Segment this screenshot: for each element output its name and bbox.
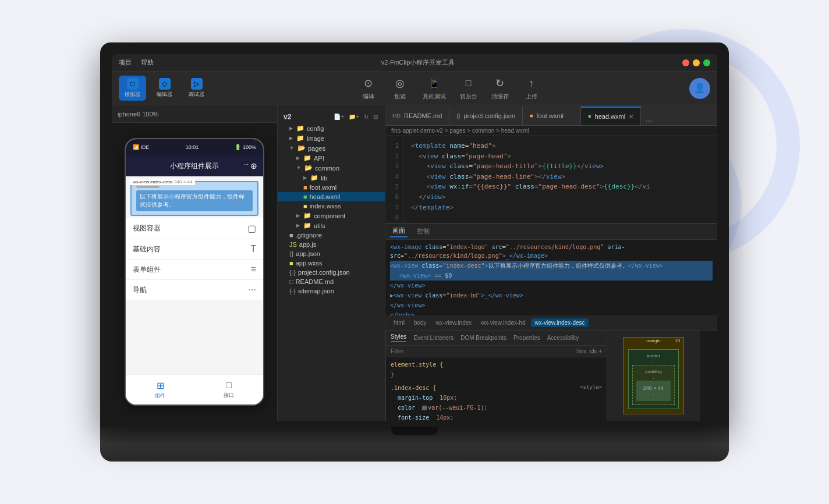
tree-folder-utils[interactable]: ▶ 📁 utils bbox=[278, 221, 385, 230]
tab-head-wxml[interactable]: ■ head.wxml ✕ bbox=[581, 107, 641, 125]
tool-real-machine[interactable]: 📱 真机调试 bbox=[423, 76, 446, 101]
phone-section-nav[interactable]: 导航 ··· bbox=[126, 280, 263, 300]
phone-header-more[interactable]: ··· ⊕ bbox=[244, 161, 257, 171]
styles-area: Styles Event Listeners DOM Breakpoints P… bbox=[385, 331, 717, 421]
tree-file-sitemap[interactable]: {-} sitemap.json bbox=[278, 286, 385, 296]
tree-new-folder[interactable]: 📁+ bbox=[348, 112, 360, 121]
tree-file-head-wxml[interactable]: ■ head.wxml bbox=[278, 192, 385, 201]
tool-upload[interactable]: ↑ 上传 bbox=[523, 76, 540, 101]
tab-more-btn[interactable]: ··· bbox=[641, 116, 657, 125]
phone-section-form[interactable]: 表单组件 ≡ bbox=[126, 260, 263, 280]
maximize-button[interactable] bbox=[703, 59, 710, 66]
cut-back-icon: □ bbox=[460, 76, 477, 91]
tree-item-appjson-label: app.json bbox=[296, 250, 320, 257]
laptop-screen: 项目 帮助 v2-FinClip小程序开发工具 □ 模拟器 bbox=[112, 54, 717, 421]
tree-item-image-label: image bbox=[307, 135, 324, 142]
tab-foot-wxml-label: foot.wxml bbox=[537, 112, 564, 119]
dom-line-5: ▶<wx-view class="index-bd">_</wx-view> bbox=[390, 290, 713, 300]
close-button[interactable] bbox=[682, 59, 689, 66]
tool-clear-cache[interactable]: ↻ 清缓存 bbox=[491, 76, 509, 101]
tree-folder-lib[interactable]: ▶ 📁 lib bbox=[278, 173, 385, 183]
style-rule-index-desc: .index-desc { <style> margin-top: 10px; … bbox=[391, 383, 602, 421]
tool-preview[interactable]: ◎ 预览 bbox=[391, 76, 409, 101]
phone-container: 📶 IDE 10:01 🔋 100% 小程序组件展示 ··· ⊕ bbox=[112, 123, 277, 421]
tree-folder-config[interactable]: ▶ 📁 config bbox=[278, 123, 385, 133]
phone-nav-interface[interactable]: □ 接口 bbox=[194, 375, 263, 404]
tree-file-readme[interactable]: □ README.md bbox=[278, 277, 385, 286]
section-view-icon: ▢ bbox=[247, 223, 256, 234]
elem-tab-wx-view-hd[interactable]: wx-view.index-hd bbox=[477, 318, 529, 327]
tree-refresh[interactable]: ↻ bbox=[363, 112, 370, 121]
tree-folder-common[interactable]: ▼ 📂 common bbox=[278, 163, 385, 173]
tree-item-appjs-label: app.js bbox=[299, 241, 316, 248]
tree-file-appjs[interactable]: JS app.js bbox=[278, 240, 385, 249]
phone-section-basic[interactable]: 基础内容 T bbox=[126, 239, 263, 260]
tree-file-index-wxss[interactable]: ■ index.wxss bbox=[278, 201, 385, 211]
tab-foot-wxml[interactable]: ■ foot.wxml bbox=[523, 107, 581, 125]
tab-readme[interactable]: MD README.md bbox=[385, 107, 449, 125]
laptop-base bbox=[100, 427, 729, 462]
toolbar-btn-edit-label: 编辑器 bbox=[157, 91, 172, 98]
styles-filter-input[interactable] bbox=[391, 348, 572, 354]
box-margin-label: margin bbox=[646, 338, 660, 343]
line-numbers: 12345678 bbox=[385, 136, 404, 223]
tree-file-foot-wxml[interactable]: ■ foot.wxml bbox=[278, 183, 385, 192]
tab-readme-label: README.md bbox=[404, 112, 442, 119]
tree-folder-pages[interactable]: ▼ 📂 pages bbox=[278, 143, 385, 153]
tree-file-appwxss[interactable]: ■ app.wxss bbox=[278, 258, 385, 268]
breadcrumb: fino-applet-demo-v2 > pages > common > h… bbox=[385, 126, 717, 136]
tool-cut-back[interactable]: □ 切后台 bbox=[460, 76, 477, 101]
phone-time: 10:01 bbox=[186, 144, 199, 150]
tree-folder-component[interactable]: ▶ 📁 component bbox=[278, 211, 385, 221]
tree-collapse[interactable]: ⊟ bbox=[372, 112, 379, 121]
tree-root: v2 bbox=[284, 113, 291, 121]
toolbar-btn-edit[interactable]: ◇ 编辑器 bbox=[151, 76, 178, 101]
menu-item-project[interactable]: 项目 bbox=[119, 58, 132, 67]
styles-tab-dom-breakpoints[interactable]: DOM Breakpoints bbox=[460, 335, 506, 341]
tree-file-project-config[interactable]: {-} project.config.json bbox=[278, 268, 385, 277]
phone-header: 小程序组件展示 ··· ⊕ bbox=[126, 155, 263, 176]
tree-file-appjson[interactable]: {} app.json bbox=[278, 249, 385, 258]
tool-upload-label: 上传 bbox=[526, 93, 537, 101]
laptop-bezel: 项目 帮助 v2-FinClip小程序开发工具 □ 模拟器 bbox=[100, 42, 729, 427]
elem-tab-wx-view-desc[interactable]: wx-view.index-desc bbox=[531, 318, 588, 327]
tab-close-head[interactable]: ✕ bbox=[629, 113, 633, 120]
styles-tab-styles[interactable]: Styles bbox=[391, 333, 406, 342]
elem-tab-wx-view-index[interactable]: wx-view.index bbox=[433, 318, 476, 327]
tree-item-common-label: common bbox=[315, 165, 339, 172]
toolbar-btn-debug[interactable]: ▷ 调试器 bbox=[183, 76, 210, 101]
tree-new-file[interactable]: 📄+ bbox=[332, 112, 345, 121]
selected-element: 以下将展示小程序官方组件能力，组件样式仅供参考。 bbox=[130, 181, 258, 216]
tree-folder-api[interactable]: ▶ 📁 API bbox=[278, 153, 385, 163]
box-border-layer: border - padding - 240 × 44 - bbox=[628, 349, 679, 409]
user-avatar[interactable]: 👤 bbox=[689, 78, 710, 99]
minimize-button[interactable] bbox=[693, 59, 700, 66]
tree-file-gitignore[interactable]: ■ .gitignore bbox=[278, 230, 385, 240]
elem-tab-body[interactable]: body bbox=[410, 318, 430, 327]
tree-folder-image[interactable]: ▶ 📁 image bbox=[278, 133, 385, 143]
btab-screen[interactable]: 画面 bbox=[390, 225, 408, 237]
code-content[interactable]: <template name="head"> <view class="page… bbox=[404, 136, 717, 223]
box-content-value: 240 × 44 bbox=[643, 385, 664, 391]
styles-tab-properties[interactable]: Properties bbox=[513, 335, 540, 341]
btab-control[interactable]: 控制 bbox=[414, 226, 432, 237]
section-form-icon: ≡ bbox=[251, 264, 256, 275]
styles-tab-event[interactable]: Event Listeners bbox=[413, 335, 454, 341]
phone-section-view[interactable]: 视图容器 ▢ bbox=[126, 218, 263, 239]
tool-cut-back-label: 切后台 bbox=[460, 93, 477, 101]
tree-toolbar: 📄+ 📁+ ↻ ⊟ bbox=[332, 112, 379, 121]
tab-project-config[interactable]: {} project.config.json bbox=[449, 107, 523, 125]
elem-tab-html[interactable]: html bbox=[390, 318, 408, 327]
phone-nav-component[interactable]: ⊞ 组件 bbox=[126, 375, 194, 404]
menu-item-help[interactable]: 帮助 bbox=[141, 58, 154, 67]
toolbar-btn-preview[interactable]: □ 模拟器 bbox=[119, 76, 146, 101]
section-view-label: 视图容器 bbox=[133, 223, 161, 233]
phone-content: wx-view.index-desc 240 × 44 以下将展示小程序官方组件… bbox=[126, 176, 263, 374]
phone-battery: 🔋 100% bbox=[235, 144, 256, 150]
styles-filter: :hov .cls + bbox=[386, 346, 607, 357]
tree-item-sitemap-label: sitemap.json bbox=[298, 288, 334, 294]
styles-tab-accessibility[interactable]: Accessibility bbox=[547, 335, 579, 341]
tool-compile[interactable]: ⊙ 编译 bbox=[360, 76, 377, 101]
tab-head-wxml-label: head.wxml bbox=[595, 113, 626, 120]
titlebar-menu: 项目 帮助 bbox=[119, 58, 154, 67]
